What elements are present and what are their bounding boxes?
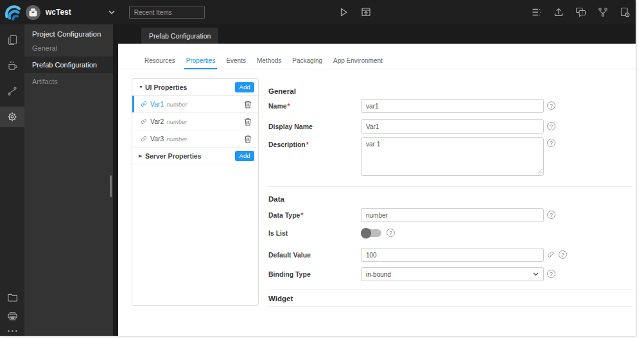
rail-item-settings[interactable] <box>0 107 24 127</box>
link-icon <box>141 118 147 125</box>
data-type-input[interactable] <box>361 208 544 222</box>
server-properties-group-header[interactable]: ▶ Server Properties Add <box>132 148 258 164</box>
rail-top-group <box>0 24 24 127</box>
apis-icon <box>7 86 17 96</box>
rail-item-pages[interactable] <box>0 30 24 50</box>
settings-icon <box>6 111 18 123</box>
tab-app-environment[interactable]: App Environment <box>331 57 385 69</box>
file-explorer-button[interactable] <box>7 293 18 302</box>
delete-property-button[interactable] <box>244 117 252 126</box>
preview-button[interactable] <box>361 7 371 17</box>
ide-frame: wcTest <box>0 0 636 336</box>
tab-properties[interactable]: Properties <box>184 57 218 69</box>
description-label: Description* <box>268 137 309 152</box>
help-icon[interactable]: ? <box>547 270 555 278</box>
nav-item-general[interactable]: General <box>24 40 113 56</box>
trash-icon <box>244 117 252 126</box>
nav-item-artifacts[interactable]: Artifacts <box>24 73 113 90</box>
help-icon[interactable]: ? <box>547 211 555 219</box>
project-avatar[interactable] <box>26 5 40 20</box>
tab-packaging[interactable]: Packaging <box>290 57 324 69</box>
topbar: wcTest <box>0 0 636 24</box>
rail-bottom-group <box>0 293 24 332</box>
preview-icon <box>361 7 371 17</box>
name-input[interactable] <box>361 99 544 113</box>
property-name: Var1 <box>150 100 164 108</box>
file-backup-icon <box>620 7 630 17</box>
recent-items-input[interactable] <box>129 6 205 19</box>
property-form: General Name* ? Display Name ? Descripti… <box>268 85 632 313</box>
doc-tab-prefab-configuration[interactable]: Prefab Configuration <box>141 28 218 44</box>
resize-handle-icon[interactable] <box>537 169 543 174</box>
export-button[interactable] <box>553 7 564 17</box>
data-type-label: Data Type* <box>268 208 304 222</box>
add-ui-property-button[interactable]: Add <box>235 82 254 92</box>
backup-button[interactable] <box>620 7 630 17</box>
is-list-toggle[interactable] <box>361 228 382 238</box>
trash-icon <box>244 100 252 109</box>
binding-type-select[interactable]: in-bound <box>361 267 544 281</box>
console-icon <box>7 311 18 321</box>
wavemaker-logo[interactable] <box>4 4 21 21</box>
tab-events[interactable]: Events <box>224 57 248 69</box>
rail-item-apis[interactable] <box>0 81 24 101</box>
link-icon <box>141 101 147 107</box>
property-type: number <box>166 135 187 143</box>
project-switcher-chevron[interactable] <box>109 10 115 14</box>
link-icon <box>141 135 147 142</box>
add-server-property-button[interactable]: Add <box>235 151 254 161</box>
section-divider <box>268 186 632 187</box>
chevron-down-icon <box>533 272 539 276</box>
help-icon[interactable]: ? <box>547 101 555 110</box>
tab-methods[interactable]: Methods <box>255 57 283 69</box>
main-content: Resources Properties Events Methods Pack… <box>118 44 636 336</box>
section-divider <box>268 306 632 307</box>
panel-splitter[interactable] <box>113 24 118 336</box>
activity-rail <box>0 24 24 336</box>
binding-type-label: Binding Type <box>268 267 311 281</box>
nav-scrollbar-thumb[interactable] <box>110 175 112 197</box>
feedback-button[interactable]: ? <box>575 7 586 17</box>
run-button[interactable] <box>339 7 349 17</box>
help-icon[interactable]: ? <box>547 139 555 147</box>
description-textarea[interactable]: var 1 <box>361 137 544 176</box>
rail-item-services[interactable] <box>0 55 24 76</box>
preferences-button[interactable] <box>532 7 542 17</box>
project-name: wcTest <box>46 8 71 17</box>
app-window: wcTest <box>0 0 644 339</box>
wavemaker-logo-icon <box>4 4 21 21</box>
console-button[interactable] <box>7 311 18 321</box>
more-icon <box>8 330 10 332</box>
delete-property-button[interactable] <box>244 100 252 109</box>
property-type: number <box>166 118 187 125</box>
properties-list-panel: ▼ UI Properties Add Var1 number <box>132 78 259 306</box>
ui-properties-group-header[interactable]: ▼ UI Properties Add <box>132 79 258 96</box>
name-label: Name* <box>268 99 290 113</box>
section-divider <box>268 290 632 290</box>
property-item-var2[interactable]: Var2 number <box>132 113 258 130</box>
help-icon[interactable]: ? <box>547 122 555 130</box>
default-value-input[interactable] <box>361 248 544 262</box>
trash-icon <box>244 135 252 143</box>
more-button[interactable] <box>8 330 17 332</box>
property-item-var3[interactable]: Var3 number <box>132 130 258 148</box>
property-item-var1[interactable]: Var1 number <box>132 96 258 113</box>
branch-button[interactable] <box>598 7 608 17</box>
section-title-general: General <box>268 87 296 95</box>
property-name: Var3 <box>150 135 164 143</box>
display-name-input[interactable] <box>361 119 544 134</box>
bind-value-button[interactable] <box>547 251 554 258</box>
pages-icon <box>7 35 18 46</box>
delete-property-button[interactable] <box>244 135 252 143</box>
property-type: number <box>166 101 187 108</box>
required-mark: * <box>288 102 290 110</box>
nav-item-prefab-configuration[interactable]: Prefab Configuration <box>24 56 113 73</box>
tab-resources[interactable]: Resources <box>143 57 177 69</box>
nav-title: Project Configuration <box>24 24 113 40</box>
help-icon[interactable]: ? <box>387 229 395 237</box>
preferences-list-icon <box>532 7 542 17</box>
property-name: Var2 <box>150 117 164 125</box>
required-mark: * <box>306 141 309 148</box>
help-icon[interactable]: ? <box>559 250 567 259</box>
document-tab-strip: Prefab Configuration <box>118 24 636 44</box>
